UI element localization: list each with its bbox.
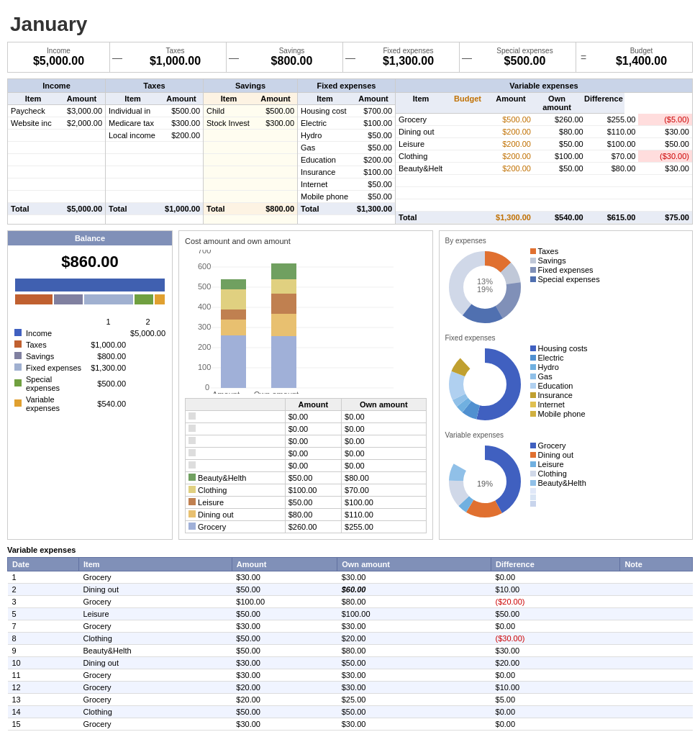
svg-rect-18 [221, 289, 246, 309]
cell-item: Grocery [78, 571, 232, 584]
income-col2-header: Amount [58, 93, 105, 105]
svg-text:400: 400 [198, 302, 211, 311]
savings-spacer-3 [204, 154, 297, 166]
special-value: $500.00 [477, 55, 573, 68]
cell-item: Leisure [78, 608, 232, 620]
summary-fixed: Fixed expenses $1,300.00 [358, 42, 460, 72]
income-row-2: Website inc$2,000.00 [8, 117, 105, 130]
chart-legend-row-1: $0.00$0.00 [186, 411, 427, 423]
svg-text:Own amount: Own amount [254, 390, 299, 394]
summary-savings: Savings $800.00 [241, 42, 343, 72]
cell-diff: $5.00 [491, 694, 620, 706]
var-table-row: 1 Grocery $30.00 $30.00 $0.00 [8, 571, 693, 584]
cell-own: $100.00 [337, 608, 491, 620]
by-exp-legend-taxes: Taxes [530, 247, 600, 256]
legend-income: Income $5,000.00 [12, 327, 168, 339]
svg-text:700: 700 [198, 250, 211, 255]
fixed-row-8: Mobile phone$50.00 [298, 191, 395, 203]
svg-rect-15 [221, 335, 246, 388]
cell-note [620, 596, 693, 608]
fixed-row-7: Internet$50.00 [298, 178, 395, 191]
bar-chart-title: Cost amount and own amount [185, 237, 427, 245]
cell-own: $50.00 [337, 706, 491, 718]
taxes-value: $1,000.00 [127, 55, 223, 68]
fixed-label: Fixed expenses [360, 47, 456, 55]
fixed-expenses-donut: 54% 15% [445, 345, 524, 424]
fixed-legend-education: Education [530, 381, 588, 390]
var-row-4: Clothing $200.00 $100.00 $70.00 ($30.00) [396, 150, 692, 163]
cell-note [620, 608, 693, 620]
svg-text:19%: 19% [476, 479, 492, 488]
income-col1-header: Item [8, 93, 58, 105]
svg-text:500: 500 [198, 282, 211, 291]
cell-diff: $0.00 [491, 706, 620, 718]
dash1: — [110, 52, 124, 63]
var-legend-leisure: Leisure [530, 460, 586, 469]
main-table: Income Item Amount Paycheck$3,000.00 Web… [7, 78, 693, 225]
var-table-row: 5 Leisure $50.00 $100.00 $50.00 [8, 608, 693, 620]
cell-own: $50.00 [337, 657, 491, 669]
cell-amount: $50.00 [232, 706, 337, 718]
col-own-amount: Own amount [337, 558, 491, 571]
var-table-row: 14 Clothing $50.00 $50.00 $0.00 [8, 706, 693, 718]
income-spacer-5 [8, 178, 105, 191]
var-table-row: 2 Dining out $50.00 $60.00 $10.00 [8, 584, 693, 596]
svg-text:600: 600 [198, 262, 211, 271]
cell-own: $30.00 [337, 669, 491, 682]
dash5: = [576, 52, 591, 63]
var-table-header: Date Item Amount Own amount Difference N… [8, 558, 693, 571]
fixed-legend-electric: Electric [530, 353, 588, 362]
chart-legend-row-4: $0.00$0.00 [186, 448, 427, 460]
bar-chart-svg: 0 100 200 300 400 500 600 700 [185, 250, 401, 394]
taxes-col2-header: Amount [160, 93, 203, 105]
income-label: Income [11, 47, 106, 55]
fixed-value: $1,300.00 [360, 55, 456, 68]
taxes-spacer-5 [106, 191, 203, 203]
cell-amount: $20.00 [232, 694, 337, 706]
legend-fixed: Fixed expenses $1,300.00 [12, 362, 168, 374]
balance-header: Balance [8, 231, 172, 245]
cell-own: $60.00 [337, 584, 491, 596]
cell-note [620, 571, 693, 584]
chart-legend-dining: Dining out$80.00$110.00 [186, 509, 427, 521]
by-expenses-donut: 13% 19% [445, 248, 524, 327]
col-date: Date [8, 558, 79, 571]
svg-text:Amount: Amount [212, 390, 240, 394]
var-table-row: 15 Grocery $30.00 $30.00 $0.00 [8, 718, 693, 731]
cell-date: 3 [8, 596, 79, 608]
svg-text:15%: 15% [476, 382, 492, 391]
var-table-row: 11 Grocery $30.00 $30.00 $0.00 [8, 669, 693, 682]
var-legend-grocery: Grocery [530, 441, 586, 450]
fixed-col1-header: Item [298, 93, 352, 105]
var-row-3: Leisure $200.00 $50.00 $100.00 $50.00 [396, 138, 692, 150]
svg-rect-16 [221, 320, 246, 335]
fixed-row-1: Housing cost$700.00 [298, 105, 395, 117]
fixed-total: Total$1,300.00 [298, 203, 395, 215]
taxes-row-2: Medicare tax$300.00 [106, 117, 203, 130]
cell-diff: $0.00 [491, 571, 620, 584]
col-difference: Difference [491, 558, 620, 571]
balance-mini-bar-special [135, 294, 153, 304]
var-legend-clothing: Clothing [530, 469, 586, 478]
cell-date: 11 [8, 669, 79, 682]
income-spacer-2 [8, 142, 105, 154]
savings-total: Total$800.00 [204, 203, 297, 215]
cell-diff: ($30.00) [491, 633, 620, 645]
summary-special: Special expenses $500.00 [474, 42, 576, 72]
savings-spacer-5 [204, 178, 297, 191]
taxes-section: Taxes Item Amount Individual in$500.00 M… [106, 79, 204, 224]
cell-amount: $20.00 [232, 682, 337, 694]
var-row-5: Beauty&Helt $200.00 $50.00 $80.00 $30.00 [396, 163, 692, 175]
balance-card: Balance $860.00 1 2 [7, 230, 173, 540]
chart-legend-grocery: Grocery$260.00$255.00 [186, 521, 427, 533]
cell-note [620, 706, 693, 718]
cell-diff: $0.00 [491, 718, 620, 731]
page-title: January [7, 7, 693, 42]
fixed-row-3: Hydro$50.00 [298, 130, 395, 142]
chart-legend-header: AmountOwn amount [186, 399, 427, 411]
cell-diff: ($20.00) [491, 596, 620, 608]
charts-row: Balance $860.00 1 2 [7, 230, 693, 540]
cell-amount: $30.00 [232, 718, 337, 731]
cell-item: Grocery [78, 669, 232, 682]
balance-main-bar [15, 279, 165, 291]
